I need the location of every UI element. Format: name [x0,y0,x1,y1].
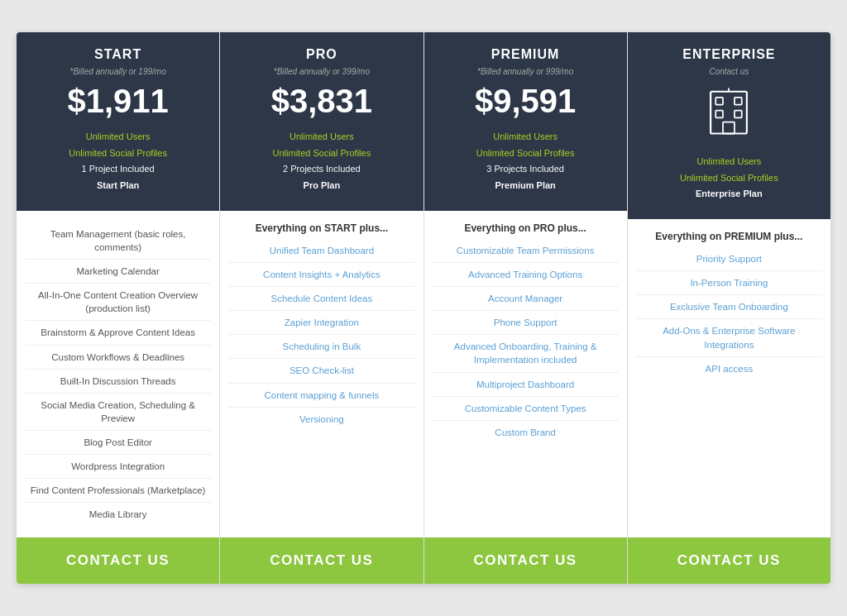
plan-detail-normal: 2 Projects Included [230,161,413,178]
features-title-pro: Everything on START plus... [228,222,414,234]
plan-detail-bold: Pro Plan [230,178,413,194]
plan-detail-bold: Start Plan [26,178,209,194]
plan-header-premium: PREMIUM*Billed annually or 999/mo$9,591U… [424,32,627,211]
feature-item: Advanced Onboarding, Training & Implemen… [433,335,619,372]
plan-detail-highlight: Unlimited Users [26,129,209,146]
feature-item: Team Management (basic roles, comments) [25,222,211,260]
plan-billing-start: *Billed annually or 199/mo [26,67,209,76]
feature-item: Schedule Content Ideas [228,287,414,311]
feature-item: Brainstorm & Approve Content Ideas [25,321,211,345]
feature-item: Customizable Content Types [433,397,619,421]
plan-features-enterprise: Everything on PREMIUM plus...Priority Su… [628,219,830,537]
plan-price-pro: $3,831 [230,84,413,117]
plan-detail-bold: Enterprise Plan [638,186,821,203]
plan-detail-normal: 1 Project Included [26,161,209,178]
feature-item: Advanced Training Options [433,263,619,287]
plan-price-premium: $9,591 [434,84,617,117]
plan-header-start: START*Billed annually or 199/mo$1,911Unl… [17,32,219,211]
pricing-table: START*Billed annually or 199/mo$1,911Unl… [17,32,830,585]
feature-item: Versioning [228,408,414,431]
features-title-premium: Everything on PRO plus... [433,222,619,234]
plan-name-start: START [26,47,209,62]
feature-item: Account Manager [433,287,619,311]
plan-billing-pro: *Billed annually or 399/mo [230,67,413,76]
feature-item: Exclusive Team Onboarding [636,295,822,319]
plan-features-premium: Everything on PRO plus...Customizable Te… [424,211,627,537]
feature-item: Content Insights + Analytics [228,263,414,287]
svg-rect-4 [735,110,742,117]
feature-item: Marketing Calendar [25,260,211,284]
feature-item: Blog Post Editor [25,431,211,455]
feature-item: SEO Check-list [228,359,414,383]
feature-item: In-Person Training [636,271,822,295]
feature-item: Customizable Team Permissions [433,239,619,263]
plan-detail-bold: Premium Plan [434,178,617,194]
plan-detail-highlight: Unlimited Social Profiles [434,146,617,162]
plan-header-enterprise: ENTERPRISEContact us Unlimited UsersUnli… [628,32,830,219]
feature-item: Media Library [25,503,211,526]
feature-item: Content mapping & funnels [228,384,414,408]
feature-item: Built-In Discussion Threads [25,370,211,394]
plan-details-pro: Unlimited UsersUnlimited Social Profiles… [230,129,413,194]
cta-button-premium[interactable]: CONTACT US [424,537,627,584]
feature-item: Multiproject Dashboard [433,373,619,397]
feature-item: Wordpress Integration [25,455,211,479]
plan-card-premium: PREMIUM*Billed annually or 999/mo$9,591U… [424,32,628,585]
cta-button-enterprise[interactable]: CONTACT US [628,537,830,584]
feature-item: Phone Support [433,311,619,335]
plan-detail-highlight: Unlimited Social Profiles [230,146,413,162]
plan-billing-enterprise: Contact us [638,67,821,76]
feature-item: Scheduling in Bulk [228,335,414,359]
plan-details-enterprise: Unlimited UsersUnlimited Social Profiles… [638,154,821,203]
feature-item: Find Content Professionals (Marketplace) [25,479,211,503]
svg-rect-2 [735,98,742,105]
plan-features-start: Team Management (basic roles, comments)M… [17,211,219,537]
plan-detail-highlight: Unlimited Social Profiles [26,146,209,162]
feature-item: Zapier Integration [228,311,414,335]
plan-name-pro: PRO [230,47,413,62]
feature-item: All-In-One Content Creation Overview (pr… [25,284,211,321]
plan-details-premium: Unlimited UsersUnlimited Social Profiles… [434,129,617,194]
svg-rect-3 [716,110,724,117]
feature-item: Custom Workflows & Deadlines [25,346,211,370]
plan-name-enterprise: ENTERPRISE [638,47,821,62]
cta-button-start[interactable]: CONTACT US [17,537,219,584]
features-title-enterprise: Everything on PREMIUM plus... [636,231,822,242]
plan-billing-premium: *Billed annually or 999/mo [434,67,617,76]
plan-card-start: START*Billed annually or 199/mo$1,911Unl… [17,32,220,585]
feature-item: Custom Brand [433,421,619,444]
building-icon [700,84,758,142]
svg-rect-1 [716,98,724,105]
plan-details-start: Unlimited UsersUnlimited Social Profiles… [26,129,209,194]
plan-card-enterprise: ENTERPRISEContact us Unlimited UsersUnli… [628,32,830,585]
svg-rect-5 [723,122,735,133]
plan-detail-highlight: Unlimited Users [638,154,821,170]
feature-item: API access [636,357,822,380]
plan-detail-highlight: Unlimited Users [434,129,617,146]
cta-button-pro[interactable]: CONTACT US [220,537,423,584]
feature-item: Add-Ons & Enterprise Software Integratio… [636,319,822,356]
feature-item: Social Media Creation, Scheduling & Prev… [25,394,211,431]
feature-item: Unified Team Dashboard [228,239,414,263]
plan-price-start: $1,911 [26,84,209,117]
plan-detail-highlight: Unlimited Users [230,129,413,146]
plan-features-pro: Everything on START plus...Unified Team … [220,211,423,537]
plan-name-premium: PREMIUM [434,47,617,62]
plan-detail-normal: 3 Projects Included [434,161,617,178]
plan-header-pro: PRO*Billed annually or 399/mo$3,831Unlim… [220,32,423,211]
feature-item: Priority Support [636,247,822,271]
plan-card-pro: PRO*Billed annually or 399/mo$3,831Unlim… [220,32,424,585]
plan-detail-highlight: Unlimited Social Profiles [638,170,821,187]
